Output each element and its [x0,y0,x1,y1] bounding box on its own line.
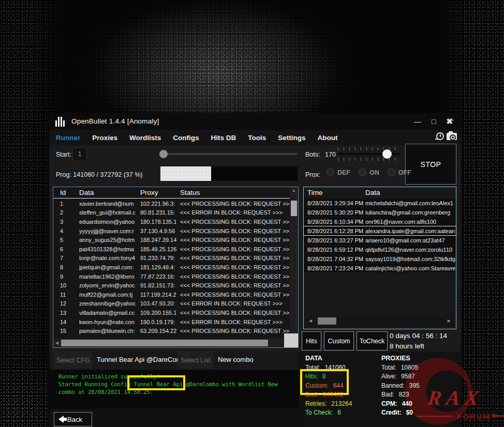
table-row[interactable]: 4 yyyyyjjjj@naver.com:r 37.130.4.9:56 <<… [53,226,290,236]
cell-proxy: 91.233.74.79: [140,255,180,261]
table-row[interactable]: 14 kwon-hyun@nate.con 190.0.19.179: <<< … [53,317,290,327]
table-row[interactable]: 11 muff22@gmail.com:tj 117.199.214.2 <<<… [53,290,290,299]
cell-id: 1 [60,201,79,207]
cell-status: <<< PROCESSING BLOCK: REQUEST >>> [180,310,290,316]
scroll-right-icon[interactable]: ▶ [448,318,451,323]
cell-id: 12 [60,300,79,307]
table-row[interactable]: 10 zolyomi_ervin@yahoc 91.82.151.73: <<<… [53,281,290,290]
progress-bar [160,166,298,181]
menu-item[interactable]: Configs [173,134,199,142]
cell-id: 4 [60,228,79,234]
hit-row[interactable]: 8/28/2021 3:29:34 PM michelafalchi@gmail… [304,199,456,207]
stat-label: Retries: [305,400,327,407]
cell-data: qldpdlvl126@naver.com:zorolu110 [365,247,456,253]
menu-item[interactable]: Proxies [92,134,117,142]
col-id[interactable]: Id [60,189,79,196]
proxy-mode-radio[interactable]: DEF [327,169,350,176]
table-row[interactable]: 3 eduardsimion@yahoo 180.178.135.1 <<< P… [53,217,290,226]
log-scroll-up-icon[interactable]: ▲ [450,117,455,122]
hit-row[interactable]: 8/28/2021 7:04:32 PM saysay1019@hotmail.… [304,254,456,263]
menu-item[interactable]: Wordlists [129,134,161,142]
hit-row[interactable]: 8/28/2021 6:33:27 PM ariaero10@gmail.com… [304,236,456,245]
stat-label: To Check: [305,409,333,416]
horizontal-scrollbar[interactable]: ◀ ▶ [306,316,453,326]
table-row[interactable]: 5 anny_sugus25@hotm 188.247.39.14 <<< PR… [53,235,290,245]
stop-button[interactable]: STOP [405,144,456,185]
progress-label: Prog: 141060 / 372792 (37 %) [56,171,142,178]
radio-label: OFF [398,169,411,176]
cell-status: <<< PROCESSING BLOCK: REQUEST >>> [180,255,290,261]
bots-slider-thumb[interactable] [382,149,392,159]
scroll-up-icon[interactable]: ▲ [290,188,298,193]
cell-time: 8/28/2021 6:10:34 PM [307,219,365,225]
menu-item[interactable]: Hits DB [211,134,236,142]
cell-id: 13 [60,310,79,316]
table-row[interactable]: 15 pamalex@bluewin.ch: 63.209.154.22 <<<… [53,326,290,335]
stat-value: 440 [402,400,412,407]
table-row[interactable]: 2 steffen_gui@hotmail.c 80.81.231.15: <<… [53,208,290,218]
openbullet-window: OpenBullet 1.4.4 [Anomaly] — □ ✖ RunnerP… [49,113,461,427]
menu-item[interactable]: Settings [278,134,305,142]
title-bar[interactable]: OpenBullet 1.4.4 [Anomaly] — □ ✖ [49,113,461,130]
menu-item[interactable]: About [318,134,338,142]
minimize-icon[interactable]: — [414,117,421,126]
cell-time: 8/28/2021 3:29:34 PM [307,200,365,206]
tab-tocheck[interactable]: ToCheck [357,331,388,350]
cell-data: mariellac1962@libero [79,273,140,280]
hit-row[interactable]: 8/28/2021 6:12:28 PM alexandra.ipate@gma… [304,226,456,235]
hit-row[interactable]: 8/28/2021 6:10:34 PM onr961@naver.com:al… [304,217,456,226]
select-cfg-button[interactable]: Select CFG [54,352,92,369]
table-row[interactable]: 12 zeeshannibge@yahoc 103.47.93.20: <<< … [53,299,290,309]
select-list-button[interactable]: Select List [177,352,214,369]
cell-proxy: 117.199.214.2 [140,292,180,298]
scrollbar-thumb[interactable] [291,201,297,216]
menu-item[interactable]: Tools [248,134,266,142]
table-row[interactable]: 13 villadamato@gmail.cc 109.200.155.1 <<… [53,308,290,317]
cell-id: 3 [60,219,79,225]
clock-icon[interactable] [436,132,444,140]
radio-circle-icon[interactable] [359,169,366,176]
maximize-icon[interactable]: □ [432,117,436,126]
start-input[interactable]: 1 [72,147,87,161]
hit-row[interactable]: 8/28/2021 7:23:24 PM catalinjichici@yaho… [304,264,456,272]
table-row[interactable]: 9 mariellac1962@libero 77.87.223.16: <<<… [53,272,290,281]
cell-data: jpietquin@gmail.com: [79,264,140,270]
bots-table: Id Data Proxy Status 1 xavier.bertrand@n… [53,187,299,348]
hit-row[interactable]: 8/28/2021 5:30:20 PM iulianchira@gmail.c… [304,208,456,217]
menu-item[interactable]: Runner [56,134,80,142]
col-status[interactable]: Status [180,189,290,196]
hit-row[interactable]: 8/28/2021 6:59:12 PM qldpdlvl126@naver.c… [304,245,456,254]
horizontal-scrollbar[interactable]: ◀ ▶ [53,339,290,347]
camera-icon[interactable] [447,133,457,140]
col-time[interactable]: Time [307,189,365,196]
radio-circle-icon[interactable] [388,169,395,176]
vertical-scrollbar[interactable]: ▲ ▼ [290,187,298,347]
scrollbar-thumb[interactable] [318,317,336,325]
proxy-mode-radio[interactable]: OFF [388,169,411,176]
proxy-mode-radio[interactable]: ON [359,169,379,176]
bots-table-header: Id Data Proxy Status [53,187,290,199]
back-button[interactable]: Back [54,412,92,426]
col-data[interactable]: Data [365,189,456,196]
cell-data: zeeshannibge@yahoc [79,300,140,307]
col-proxy[interactable]: Proxy [140,189,180,196]
radio-label: ON [369,169,379,176]
scroll-left-icon[interactable]: ◀ [55,341,58,345]
table-row[interactable]: 6 pat43101328@hotma 185.49.25.126 <<< PR… [53,245,290,254]
table-row[interactable]: 1 xavier.bertrand@num 102.221.96.3: <<< … [53,199,290,208]
cell-proxy: 91.82.151.73: [140,282,180,288]
table-row[interactable]: 7 tonjr@nate.com:tony4 91.233.74.79: <<<… [53,254,290,263]
scrollbar-corner [284,333,298,347]
start-slider-thumb[interactable] [159,150,168,158]
scrollbar-thumb[interactable] [61,340,268,346]
bots-slider[interactable] [338,153,400,155]
col-data[interactable]: Data [79,189,140,196]
tab-custom[interactable]: Custom [324,331,354,350]
cell-data: anny_sugus25@hotm [79,237,140,243]
radio-circle-icon[interactable] [327,169,334,176]
tab-hits[interactable]: Hits [302,331,321,350]
start-slider[interactable] [160,153,298,155]
scroll-left-icon[interactable]: ◀ [309,318,312,323]
cell-status: <<< PROCESSING BLOCK: REQUEST >>> [180,282,290,288]
table-row[interactable]: 8 jpietquin@gmail.com: 181.129.49.4: <<<… [53,263,290,272]
